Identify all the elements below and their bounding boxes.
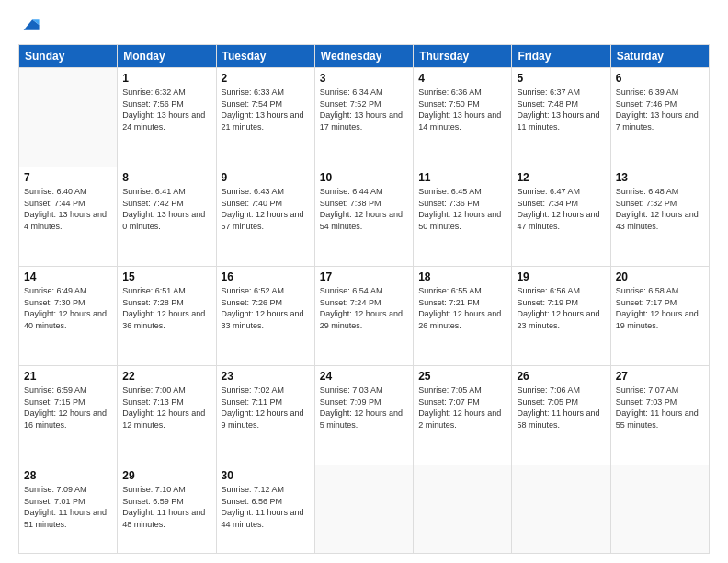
weekday-header-saturday: Saturday	[610, 45, 709, 68]
day-number: 30	[222, 469, 310, 482]
day-number: 24	[320, 370, 408, 383]
day-info: Sunrise: 6:54 AMSunset: 7:24 PMDaylight:…	[320, 285, 408, 331]
calendar-cell: 3Sunrise: 6:34 AMSunset: 7:52 PMDaylight…	[314, 68, 413, 167]
day-number: 11	[418, 171, 506, 184]
day-number: 15	[122, 270, 210, 283]
day-number: 19	[517, 270, 605, 283]
day-info: Sunrise: 6:52 AMSunset: 7:26 PMDaylight:…	[222, 285, 310, 331]
calendar-cell: 29Sunrise: 7:10 AMSunset: 6:59 PMDayligh…	[118, 465, 216, 554]
day-info: Sunrise: 6:48 AMSunset: 7:32 PMDaylight:…	[616, 186, 704, 232]
day-number: 6	[616, 72, 704, 85]
calendar-cell	[610, 465, 709, 554]
day-info: Sunrise: 6:36 AMSunset: 7:50 PMDaylight:…	[418, 86, 506, 132]
day-number: 3	[320, 72, 408, 85]
calendar-cell: 7Sunrise: 6:40 AMSunset: 7:44 PMDaylight…	[19, 167, 118, 267]
weekday-header-row: SundayMondayTuesdayWednesdayThursdayFrid…	[19, 45, 710, 68]
day-info: Sunrise: 7:05 AMSunset: 7:07 PMDaylight:…	[418, 385, 506, 431]
calendar-cell: 21Sunrise: 6:59 AMSunset: 7:15 PMDayligh…	[19, 366, 118, 465]
calendar-cell: 16Sunrise: 6:52 AMSunset: 7:26 PMDayligh…	[216, 267, 314, 366]
day-number: 25	[418, 370, 506, 383]
week-row-2: 7Sunrise: 6:40 AMSunset: 7:44 PMDaylight…	[19, 167, 710, 267]
day-number: 17	[320, 270, 408, 283]
day-number: 8	[122, 171, 210, 184]
calendar-cell: 9Sunrise: 6:43 AMSunset: 7:40 PMDaylight…	[216, 167, 314, 267]
day-info: Sunrise: 6:39 AMSunset: 7:46 PMDaylight:…	[616, 86, 704, 132]
weekday-header-wednesday: Wednesday	[314, 45, 413, 68]
logo	[18, 17, 40, 39]
calendar-cell: 4Sunrise: 6:36 AMSunset: 7:50 PMDaylight…	[414, 68, 512, 167]
day-number: 1	[122, 72, 210, 85]
weekday-header-tuesday: Tuesday	[216, 45, 314, 68]
week-row-4: 21Sunrise: 6:59 AMSunset: 7:15 PMDayligh…	[19, 366, 710, 465]
calendar-cell: 18Sunrise: 6:55 AMSunset: 7:21 PMDayligh…	[414, 267, 512, 366]
day-number: 23	[222, 370, 310, 383]
calendar-cell: 22Sunrise: 7:00 AMSunset: 7:13 PMDayligh…	[118, 366, 216, 465]
weekday-header-monday: Monday	[118, 45, 216, 68]
day-info: Sunrise: 6:32 AMSunset: 7:56 PMDaylight:…	[122, 86, 210, 132]
calendar-cell: 15Sunrise: 6:51 AMSunset: 7:28 PMDayligh…	[118, 267, 216, 366]
calendar-cell: 20Sunrise: 6:58 AMSunset: 7:17 PMDayligh…	[610, 267, 709, 366]
day-number: 14	[24, 270, 112, 283]
calendar-cell: 14Sunrise: 6:49 AMSunset: 7:30 PMDayligh…	[19, 267, 118, 366]
day-number: 9	[222, 171, 310, 184]
calendar-cell	[414, 465, 512, 554]
day-info: Sunrise: 7:10 AMSunset: 6:59 PMDaylight:…	[122, 484, 210, 530]
day-info: Sunrise: 6:56 AMSunset: 7:19 PMDaylight:…	[517, 285, 605, 331]
day-info: Sunrise: 6:51 AMSunset: 7:28 PMDaylight:…	[122, 285, 210, 331]
calendar-cell: 10Sunrise: 6:44 AMSunset: 7:38 PMDayligh…	[314, 167, 413, 267]
day-number: 10	[320, 171, 408, 184]
day-info: Sunrise: 6:49 AMSunset: 7:30 PMDaylight:…	[24, 285, 112, 331]
calendar-cell: 25Sunrise: 7:05 AMSunset: 7:07 PMDayligh…	[414, 366, 512, 465]
day-number: 4	[418, 72, 506, 85]
day-info: Sunrise: 6:58 AMSunset: 7:17 PMDaylight:…	[616, 285, 704, 331]
day-number: 26	[517, 370, 605, 383]
calendar-cell: 27Sunrise: 7:07 AMSunset: 7:03 PMDayligh…	[610, 366, 709, 465]
week-row-3: 14Sunrise: 6:49 AMSunset: 7:30 PMDayligh…	[19, 267, 710, 366]
day-number: 20	[616, 270, 704, 283]
day-number: 7	[24, 171, 112, 184]
calendar-cell	[19, 68, 118, 167]
calendar-cell: 2Sunrise: 6:33 AMSunset: 7:54 PMDaylight…	[216, 68, 314, 167]
day-number: 22	[122, 370, 210, 383]
calendar-cell: 1Sunrise: 6:32 AMSunset: 7:56 PMDaylight…	[118, 68, 216, 167]
day-number: 28	[24, 469, 112, 482]
calendar-table: SundayMondayTuesdayWednesdayThursdayFrid…	[18, 44, 710, 554]
logo-icon	[20, 15, 40, 35]
calendar-cell: 30Sunrise: 7:12 AMSunset: 6:56 PMDayligh…	[216, 465, 314, 554]
page-header	[18, 17, 710, 39]
day-info: Sunrise: 7:12 AMSunset: 6:56 PMDaylight:…	[222, 484, 310, 530]
calendar-cell	[512, 465, 610, 554]
day-info: Sunrise: 6:40 AMSunset: 7:44 PMDaylight:…	[24, 186, 112, 232]
day-number: 18	[418, 270, 506, 283]
day-info: Sunrise: 6:44 AMSunset: 7:38 PMDaylight:…	[320, 186, 408, 232]
day-number: 5	[517, 72, 605, 85]
week-row-1: 1Sunrise: 6:32 AMSunset: 7:56 PMDaylight…	[19, 68, 710, 167]
calendar-cell: 23Sunrise: 7:02 AMSunset: 7:11 PMDayligh…	[216, 366, 314, 465]
calendar-cell: 19Sunrise: 6:56 AMSunset: 7:19 PMDayligh…	[512, 267, 610, 366]
day-number: 29	[122, 469, 210, 482]
day-info: Sunrise: 7:09 AMSunset: 7:01 PMDaylight:…	[24, 484, 112, 530]
day-info: Sunrise: 6:45 AMSunset: 7:36 PMDaylight:…	[418, 186, 506, 232]
calendar-cell: 28Sunrise: 7:09 AMSunset: 7:01 PMDayligh…	[19, 465, 118, 554]
day-info: Sunrise: 7:02 AMSunset: 7:11 PMDaylight:…	[222, 385, 310, 431]
calendar-cell: 11Sunrise: 6:45 AMSunset: 7:36 PMDayligh…	[414, 167, 512, 267]
calendar-cell: 5Sunrise: 6:37 AMSunset: 7:48 PMDaylight…	[512, 68, 610, 167]
calendar-cell: 8Sunrise: 6:41 AMSunset: 7:42 PMDaylight…	[118, 167, 216, 267]
weekday-header-friday: Friday	[512, 45, 610, 68]
calendar-cell: 13Sunrise: 6:48 AMSunset: 7:32 PMDayligh…	[610, 167, 709, 267]
day-number: 12	[517, 171, 605, 184]
day-number: 13	[616, 171, 704, 184]
day-info: Sunrise: 7:06 AMSunset: 7:05 PMDaylight:…	[517, 385, 605, 431]
week-row-5: 28Sunrise: 7:09 AMSunset: 7:01 PMDayligh…	[19, 465, 710, 554]
calendar-cell: 24Sunrise: 7:03 AMSunset: 7:09 PMDayligh…	[314, 366, 413, 465]
day-info: Sunrise: 6:47 AMSunset: 7:34 PMDaylight:…	[517, 186, 605, 232]
day-info: Sunrise: 7:00 AMSunset: 7:13 PMDaylight:…	[122, 385, 210, 431]
weekday-header-thursday: Thursday	[414, 45, 512, 68]
day-info: Sunrise: 7:07 AMSunset: 7:03 PMDaylight:…	[616, 385, 704, 431]
day-info: Sunrise: 7:03 AMSunset: 7:09 PMDaylight:…	[320, 385, 408, 431]
day-info: Sunrise: 6:41 AMSunset: 7:42 PMDaylight:…	[122, 186, 210, 232]
day-number: 16	[222, 270, 310, 283]
day-number: 2	[222, 72, 310, 85]
day-info: Sunrise: 6:34 AMSunset: 7:52 PMDaylight:…	[320, 86, 408, 132]
weekday-header-sunday: Sunday	[19, 45, 118, 68]
